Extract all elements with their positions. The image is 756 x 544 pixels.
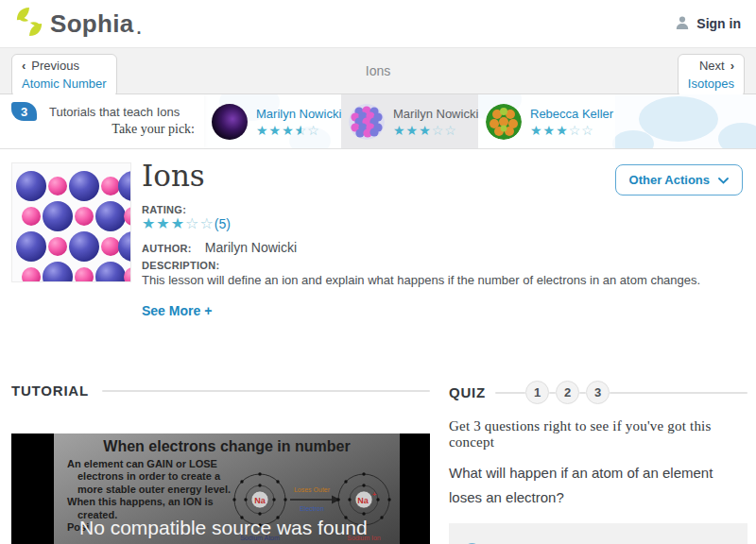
tutor-avatar-spheres-purple bbox=[349, 104, 385, 140]
lesson-thumbnail-crystal-lattice bbox=[11, 162, 131, 282]
video-error-message: No compatible source was found bbox=[79, 517, 368, 539]
other-actions-label: Other Actions bbox=[629, 173, 710, 187]
lesson-rating-stars: ★★★☆☆ bbox=[142, 216, 215, 231]
tutorial-heading: TUTORIAL bbox=[11, 382, 89, 399]
answer-option-text: A cation will be formed, which is positi… bbox=[494, 540, 732, 544]
step-line bbox=[610, 392, 747, 394]
description-label: DESCRIPTION: bbox=[142, 260, 219, 271]
tutor-avatar-spheres-green bbox=[486, 104, 522, 140]
rating-count-link[interactable]: (5) bbox=[215, 216, 231, 231]
page-title: Ions bbox=[142, 159, 205, 193]
tutor-card-3[interactable]: Rebecca Keller ★★★☆☆ bbox=[478, 94, 615, 148]
author-name: Marilyn Nowicki bbox=[205, 240, 297, 255]
pattern-blob bbox=[612, 130, 654, 149]
svg-text:+: + bbox=[372, 491, 376, 498]
step-line bbox=[549, 392, 556, 394]
lesson-summary: Ions Other Actions RATING: ★★★☆☆ (5) AUT… bbox=[0, 149, 756, 382]
step-line bbox=[579, 392, 586, 394]
person-icon bbox=[675, 15, 690, 33]
sign-in-button[interactable]: Sign in bbox=[675, 15, 741, 33]
author-label: AUTHOR: bbox=[142, 243, 192, 254]
step-line bbox=[495, 392, 525, 394]
rating-label: RATING: bbox=[142, 204, 186, 215]
sign-in-label: Sign in bbox=[696, 16, 741, 31]
tutor-rating-stars: ★★★☆☆ bbox=[393, 124, 478, 137]
tutorials-intro: 3 Tutorials that teach Ions Take your pi… bbox=[0, 94, 204, 148]
quiz-step-1: 1 bbox=[525, 381, 549, 404]
description-text: This lesson will define an ion and expla… bbox=[142, 273, 700, 289]
take-your-pick-label: Take your pick: bbox=[11, 122, 197, 137]
quiz-step-2: 2 bbox=[556, 381, 579, 404]
quiz-tagline: Get 3 questions right to see if you've g… bbox=[449, 418, 747, 450]
brand-name: Sophia bbox=[50, 9, 133, 39]
heading-divider bbox=[102, 390, 430, 392]
previous-label: Previous bbox=[31, 58, 79, 76]
see-more-link[interactable]: See More + bbox=[142, 303, 212, 318]
tutor-name: Rebecca Keller bbox=[530, 107, 613, 121]
tutor-rating-stars: ★★★☆☆ bbox=[530, 124, 613, 137]
concept-nav-bar: Ions ‹ Previous Atomic Number Next › Iso… bbox=[0, 47, 756, 94]
tutor-name: Marilyn Nowicki bbox=[256, 107, 341, 121]
quiz-progress-steps: 1 2 3 bbox=[495, 381, 747, 404]
svg-text:Electron: Electron bbox=[300, 505, 324, 512]
previous-concept-button[interactable]: ‹ Previous Atomic Number bbox=[11, 54, 117, 97]
quiz-heading: QUIZ bbox=[449, 384, 486, 400]
next-target: Isotopes bbox=[688, 76, 734, 94]
pattern-blob bbox=[718, 123, 756, 149]
sophia-leaf-icon bbox=[15, 6, 43, 42]
chevron-down-icon bbox=[718, 173, 729, 187]
lesson-rating: ★★★☆☆ (5) bbox=[142, 216, 231, 231]
tutor-card-1[interactable]: Marilyn Nowicki ★★★☆★☆ bbox=[204, 94, 341, 148]
tutor-avatar-atom bbox=[212, 104, 248, 140]
chevron-right-icon: › bbox=[730, 58, 734, 76]
quiz-question: What will happen if an atom of an elemen… bbox=[449, 461, 747, 511]
other-actions-button[interactable]: Other Actions bbox=[615, 164, 743, 196]
svg-text:Na: Na bbox=[254, 496, 266, 505]
quiz-section: QUIZ 1 2 3 Get 3 questions right to see … bbox=[449, 381, 747, 544]
svg-text:Na: Na bbox=[357, 496, 369, 505]
tutor-card-2-selected[interactable]: Marilyn Nowicki ★★★☆☆ bbox=[341, 94, 478, 148]
tutorials-heading: Tutorials that teach Ions bbox=[49, 105, 180, 119]
sophia-logo[interactable]: Sophia . bbox=[15, 6, 142, 42]
next-concept-button[interactable]: Next › Isotopes bbox=[678, 54, 745, 97]
quiz-step-3: 3 bbox=[586, 381, 610, 404]
next-label: Next bbox=[699, 58, 725, 76]
tutorial-section: TUTORIAL When electrons change in number… bbox=[11, 382, 430, 544]
svg-text:Loses Outer: Loses Outer bbox=[294, 486, 331, 493]
previous-target: Atomic Number bbox=[22, 76, 107, 94]
brand-dot: . bbox=[136, 19, 141, 39]
quiz-answer-option[interactable]: A cation will be formed, which is positi… bbox=[449, 523, 747, 544]
tutorials-bar: 3 Tutorials that teach Ions Take your pi… bbox=[0, 94, 756, 149]
tutor-name: Marilyn Nowicki bbox=[393, 107, 478, 121]
top-header: Sophia . Sign in bbox=[0, 0, 756, 47]
slide-title: When electrons change in number bbox=[54, 434, 400, 455]
tutor-rating-stars: ★★★☆★☆ bbox=[256, 124, 341, 137]
tutorial-video-player[interactable]: When electrons change in number An eleme… bbox=[11, 434, 430, 544]
pattern-blob bbox=[639, 96, 718, 142]
tutorial-count-badge: 3 bbox=[11, 102, 37, 121]
chevron-left-icon: ‹ bbox=[22, 58, 26, 76]
